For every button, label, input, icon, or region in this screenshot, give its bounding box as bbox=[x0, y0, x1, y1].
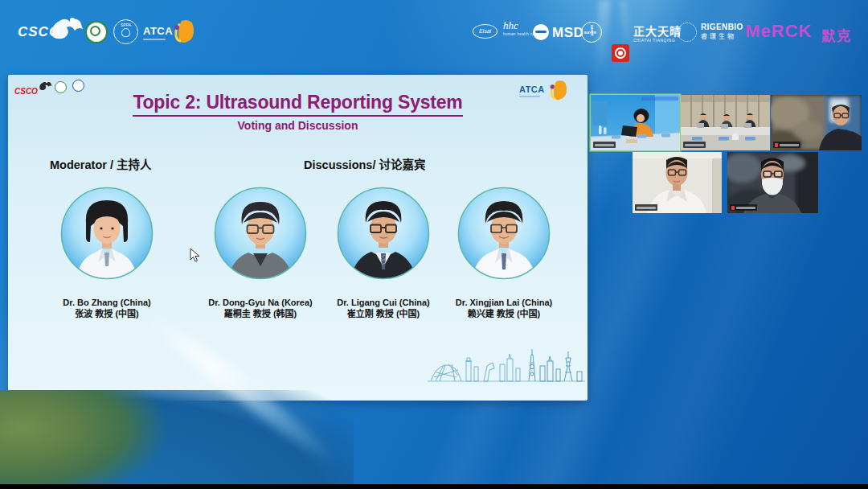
chiatai-tianqing-subtext: CHIATAI TIANQING bbox=[633, 39, 682, 43]
participant-name-label bbox=[730, 204, 757, 211]
avatar-dong-gyu-na bbox=[213, 186, 308, 281]
rigenbio-subtext: 睿璟生物 bbox=[701, 31, 743, 40]
participant-name-label bbox=[683, 142, 706, 148]
sppa-logo: SPPA bbox=[113, 19, 138, 44]
eisai-logo: Eisai bbox=[473, 24, 497, 39]
presentation-slide: CSCO ATCA Topic 2: Ultrasound Reporting … bbox=[8, 75, 588, 401]
avatar-ligang-cui bbox=[336, 186, 431, 281]
atca-logo: ATCA bbox=[143, 25, 173, 40]
csco-dragon-icon bbox=[48, 13, 84, 45]
video-thumbnail-2[interactable] bbox=[681, 95, 770, 150]
slide-subtitle: Voting and Discussion bbox=[8, 119, 588, 132]
person-name-en: Dr. Bo Zhang (China) bbox=[33, 297, 181, 308]
chiatai-tianqing-icon bbox=[612, 44, 629, 62]
person-card-dong-gyu-na: Dr. Dong-Gyu Na (Korea) 羅桐圭 教授 (韩国) bbox=[213, 186, 308, 319]
chiatai-tianqing-text: 正大天晴 bbox=[633, 23, 682, 39]
video-thumbnail-1[interactable] bbox=[591, 95, 680, 150]
video-thumbnail-4[interactable] bbox=[633, 152, 722, 213]
person-card-bo-zhang: Dr. Bo Zhang (China) 张波 教授 (中国) bbox=[59, 186, 154, 319]
merck-logo: MeRCK bbox=[745, 21, 812, 42]
msd-globe-icon bbox=[533, 24, 549, 40]
discussants-label: Discussions/ 讨论嘉宾 bbox=[304, 155, 425, 172]
society-logo bbox=[85, 21, 108, 43]
rigenbio-logo: RIGENBIO 睿璟生物 bbox=[701, 23, 743, 40]
video-thumbnail-5[interactable] bbox=[727, 152, 818, 213]
eisai-logo-text: Eisai bbox=[479, 28, 491, 34]
atca-thyroid-icon bbox=[170, 16, 196, 48]
video-thumbnail-3[interactable] bbox=[771, 95, 862, 150]
participant-name-label bbox=[593, 142, 616, 148]
slide-csco-dragon-icon bbox=[37, 80, 53, 92]
person-name-en: Dr. Xingjian Lai (China) bbox=[430, 297, 578, 308]
participant-name-label bbox=[773, 142, 800, 148]
city-skyline-illustration bbox=[426, 345, 587, 387]
merck-zh-text: 默克 bbox=[821, 25, 852, 45]
moderator-label: Moderator / 主持人 bbox=[50, 155, 151, 172]
slide-title: Topic 2: Ultrasound Reporting System bbox=[8, 92, 588, 117]
thumbnail-timestamp-label bbox=[641, 97, 678, 101]
atca-logo-text: ATCA bbox=[143, 25, 173, 37]
mouse-cursor bbox=[190, 248, 200, 263]
letterbox-bar bbox=[0, 484, 868, 489]
msd-logo-text: MSD bbox=[552, 25, 583, 40]
avatar-xingjian-lai bbox=[457, 186, 551, 281]
merck-logo-text: MeRCK bbox=[745, 21, 812, 41]
rigenbio-text: RIGENBIO bbox=[701, 23, 743, 31]
rigenbio-globe-icon bbox=[678, 23, 697, 42]
person-card-ligang-cui: Dr. Ligang Cui (China) 崔立刚 教授 (中国) bbox=[336, 186, 431, 319]
sppa-logo-text: SPPA bbox=[114, 23, 137, 27]
mic-muted-icon bbox=[775, 143, 778, 147]
person-name-zh: 赖兴建 教授 (中国) bbox=[430, 308, 578, 319]
slide-sppa-logo bbox=[72, 80, 84, 92]
avatar-bo-zhang bbox=[59, 186, 154, 281]
participant-name-label bbox=[635, 204, 657, 211]
chiatai-tianqing-logo: 正大天晴 CHIATAI TIANQING bbox=[633, 23, 682, 43]
webinar-screen: CSCO SPPA ATCA Eisai hhc human health ca… bbox=[0, 0, 868, 489]
msd-logo: MSD bbox=[552, 25, 583, 41]
mic-muted-icon bbox=[731, 206, 735, 210]
bayer-logo-text-vertical: BAYER bbox=[590, 25, 594, 36]
bayer-logo: BAYER BAYER bbox=[581, 22, 602, 43]
person-card-xingjian-lai: Dr. Xingjian Lai (China) 赖兴建 教授 (中国) bbox=[457, 186, 551, 319]
